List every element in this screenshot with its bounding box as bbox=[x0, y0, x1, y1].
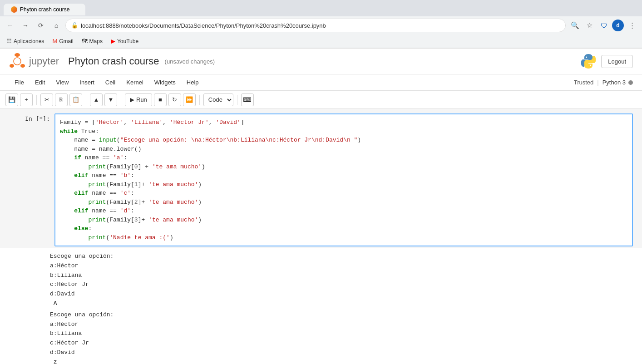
bookmark-aplicaciones[interactable]: ☷ Aplicaciones bbox=[4, 37, 47, 45]
svg-point-4 bbox=[586, 57, 587, 58]
add-cell-button[interactable]: + bbox=[20, 93, 33, 106]
cell-code-box[interactable]: Family = ['Héctor', 'Liliana', 'Héctor J… bbox=[54, 113, 633, 246]
output-option-c-2: c:Héctor Jr bbox=[50, 339, 637, 348]
output-option-c-1: c:Héctor Jr bbox=[50, 280, 637, 290]
output-option-b-1: b:Liliana bbox=[50, 271, 637, 280]
menu-insert[interactable]: Insert bbox=[74, 76, 100, 89]
notebook-title[interactable]: Phyton crash course bbox=[68, 55, 159, 67]
browser-chrome: Phyton crash course ← → ⟳ ⌂ 🔓 localhost:… bbox=[0, 0, 642, 49]
restart-run-button[interactable]: ⏩ bbox=[183, 93, 196, 106]
menu-file[interactable]: File bbox=[9, 76, 30, 89]
unsaved-indicator: (unsaved changes) bbox=[165, 58, 215, 65]
tab-favicon bbox=[11, 6, 17, 13]
address-bar[interactable]: 🔓 localhost:8888/notebooks/Documents/Dat… bbox=[65, 19, 566, 32]
svg-point-0 bbox=[15, 53, 20, 57]
cut-button[interactable]: ✂ bbox=[40, 93, 53, 106]
output-input-2: z bbox=[50, 358, 637, 364]
svg-point-2 bbox=[20, 64, 25, 68]
menu-bar: File Edit View Insert Cell Kernel Widget… bbox=[0, 74, 642, 91]
interrupt-button[interactable]: ■ bbox=[154, 93, 167, 106]
paste-button[interactable]: 📋 bbox=[69, 93, 82, 106]
menu-kernel[interactable]: Kernel bbox=[121, 76, 149, 89]
keyboard-shortcuts-button[interactable]: ⌨ bbox=[241, 93, 254, 106]
toolbar-separator-5 bbox=[237, 95, 237, 105]
toolbar-separator-1 bbox=[36, 95, 37, 105]
notebook-content: In [*]: Family = ['Héctor', 'Liliana', '… bbox=[0, 109, 642, 364]
tab-title: Phyton crash course bbox=[20, 6, 69, 13]
output-input-1: A bbox=[50, 299, 637, 309]
svg-point-1 bbox=[10, 64, 14, 68]
url-text: localhost:8888/notebooks/Documents/DataS… bbox=[81, 22, 560, 29]
active-tab[interactable]: Phyton crash course bbox=[4, 4, 85, 15]
profile-button[interactable]: d bbox=[612, 20, 624, 31]
nav-bar: ← → ⟳ ⌂ 🔓 localhost:8888/notebooks/Docum… bbox=[0, 16, 642, 34]
output-option-d-2: d:David bbox=[50, 348, 637, 358]
run-button[interactable]: ▶ Run bbox=[125, 93, 152, 106]
lock-icon: 🔓 bbox=[71, 22, 78, 29]
reload-button[interactable]: ⟳ bbox=[35, 19, 47, 32]
code-editor[interactable]: Family = ['Héctor', 'Liliana', 'Héctor J… bbox=[55, 114, 632, 246]
trusted-label[interactable]: Trusted bbox=[574, 79, 594, 86]
back-button[interactable]: ← bbox=[4, 19, 16, 32]
toolbar-separator-2 bbox=[86, 95, 86, 105]
shield-icon[interactable]: 🛡 bbox=[598, 19, 610, 32]
jupyter-wordmark: jupyter bbox=[29, 55, 59, 67]
bookmark-gmail[interactable]: M Gmail bbox=[49, 37, 76, 45]
separator: | bbox=[597, 79, 598, 86]
kernel-status-dot bbox=[628, 80, 633, 85]
menu-cell[interactable]: Cell bbox=[100, 76, 121, 89]
header-right: Logout bbox=[580, 53, 633, 69]
bookmarks-bar: ☷ Aplicaciones M Gmail 🗺 Maps ▶ YouTube bbox=[0, 34, 642, 48]
copy-button[interactable]: ⎘ bbox=[55, 93, 68, 106]
jupyter-logo: jupyter bbox=[9, 53, 59, 69]
bookmark-youtube[interactable]: ▶ YouTube bbox=[108, 37, 141, 45]
menu-widgets[interactable]: Widgets bbox=[149, 76, 181, 89]
jupyter-container: jupyter Phyton crash course (unsaved cha… bbox=[0, 49, 642, 364]
menu-right: Trusted | Python 3 bbox=[574, 79, 633, 86]
cell-type-select[interactable]: Code bbox=[203, 93, 233, 106]
output-block-2: Escoge una opción: a:Héctor b:Liliana c:… bbox=[50, 310, 637, 364]
svg-point-5 bbox=[590, 65, 591, 66]
toolbar-separator-3 bbox=[121, 95, 121, 105]
menu-edit[interactable]: Edit bbox=[30, 76, 50, 89]
nav-icons-right: 🔍 ☆ 🛡 d ⋮ bbox=[568, 19, 638, 32]
logout-button[interactable]: Logout bbox=[601, 55, 633, 68]
output-option-a-2: a:Héctor bbox=[50, 320, 637, 330]
move-down-button[interactable]: ▼ bbox=[104, 93, 117, 106]
bookmark-maps[interactable]: 🗺 Maps bbox=[79, 37, 105, 45]
home-button[interactable]: ⌂ bbox=[50, 19, 63, 32]
cell-label: In [*]: bbox=[9, 113, 54, 246]
python-logo-icon bbox=[580, 53, 597, 69]
menu-button[interactable]: ⋮ bbox=[626, 19, 638, 32]
gmail-icon: M bbox=[52, 38, 57, 44]
bookmark-label: Gmail bbox=[59, 38, 73, 44]
menu-help[interactable]: Help bbox=[181, 76, 204, 89]
run-icon: ▶ bbox=[130, 96, 134, 103]
jupyter-header: jupyter Phyton crash course (unsaved cha… bbox=[0, 49, 642, 74]
output-option-b-2: b:Liliana bbox=[50, 329, 637, 339]
move-up-button[interactable]: ▲ bbox=[90, 93, 103, 106]
output-option-d-1: d:David bbox=[50, 290, 637, 299]
kernel-name: Python 3 bbox=[602, 79, 626, 86]
forward-button[interactable]: → bbox=[19, 19, 32, 32]
toolbar-separator-4 bbox=[199, 95, 200, 105]
output-option-a-1: a:Héctor bbox=[50, 261, 637, 271]
run-label: Run bbox=[136, 96, 147, 103]
bookmark-label: YouTube bbox=[117, 38, 138, 44]
code-cell: In [*]: Family = ['Héctor', 'Liliana', '… bbox=[0, 109, 642, 248]
tab-bar: Phyton crash course bbox=[0, 0, 642, 16]
youtube-icon: ▶ bbox=[111, 38, 115, 44]
bookmark-label: Maps bbox=[89, 38, 103, 44]
zoom-button[interactable]: 🔍 bbox=[568, 19, 581, 32]
toolbar: 💾 + ✂ ⎘ 📋 ▲ ▼ ▶ Run ■ ↻ ⏩ Code ⌨ bbox=[0, 91, 642, 109]
svg-point-3 bbox=[14, 58, 21, 65]
menu-view[interactable]: View bbox=[50, 76, 74, 89]
output-prompt-2: Escoge una opción: bbox=[50, 310, 637, 320]
maps-icon: 🗺 bbox=[82, 38, 88, 44]
bookmark-button[interactable]: ☆ bbox=[583, 19, 596, 32]
save-button[interactable]: 💾 bbox=[5, 93, 18, 106]
output-prompt-1: Escoge una opción: bbox=[50, 252, 637, 261]
output-block-1: Escoge una opción: a:Héctor b:Liliana c:… bbox=[50, 252, 637, 309]
kernel-info: Python 3 bbox=[602, 79, 633, 86]
restart-button[interactable]: ↻ bbox=[168, 93, 181, 106]
